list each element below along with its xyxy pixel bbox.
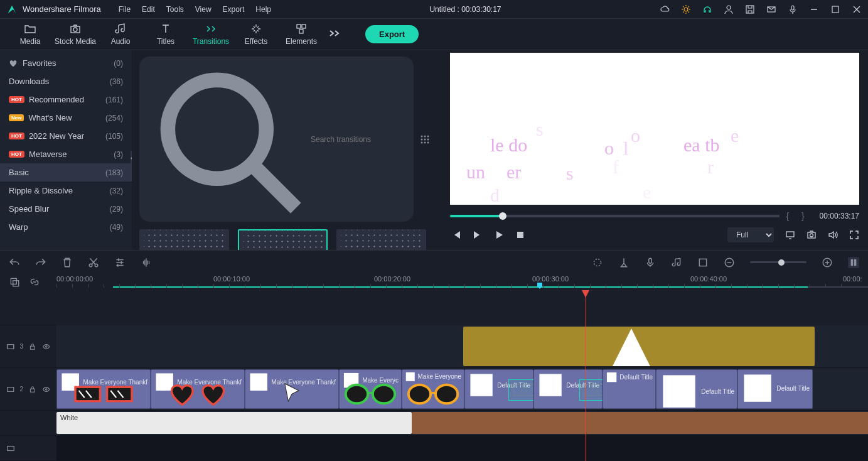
audio-wave-icon[interactable] (141, 257, 152, 268)
stop-button[interactable] (515, 230, 525, 240)
sidebar-item-recommended[interactable]: HOTRecommended(161) (0, 90, 132, 109)
tab-audio[interactable]: Audio (98, 20, 143, 48)
headphones-icon[interactable] (702, 4, 712, 14)
transition-fade[interactable]: Fade (139, 229, 229, 250)
sidebar-item-favorites[interactable]: Favorites(0) (0, 54, 132, 72)
volume-icon[interactable] (828, 230, 838, 240)
track-row-audio[interactable]: White (56, 411, 868, 436)
zoom-out-icon[interactable] (724, 257, 735, 268)
fullscreen-icon[interactable] (849, 230, 859, 240)
menu-file[interactable]: File (119, 5, 131, 14)
tab-titles[interactable]: Titles (143, 20, 188, 48)
voiceover-icon[interactable] (645, 257, 656, 268)
timeline-copy-icon[interactable] (9, 276, 20, 288)
zoom-in-icon[interactable] (822, 257, 833, 268)
marker-icon[interactable] (618, 257, 630, 268)
sidebar-item-2022-new-year[interactable]: HOT2022 New Year(105) (0, 127, 132, 145)
sidebar-item-metaverse[interactable]: HOTMetaverse(3) (0, 145, 132, 163)
transition-fade-grayscale[interactable]: Fade Grayscale (336, 229, 426, 250)
track-header-3[interactable]: 3 (0, 325, 56, 368)
video-clip[interactable]: Make Everyone Thankf (56, 369, 151, 409)
video-clip[interactable]: Default Title (603, 369, 656, 409)
preview-viewport[interactable]: soele doolea tbunersfrde (450, 53, 859, 205)
minimize-icon[interactable] (809, 4, 819, 14)
tab-effects[interactable]: Effects (233, 20, 279, 48)
redo-icon[interactable] (35, 257, 46, 268)
track-header-extra[interactable] (0, 436, 56, 461)
track-header-audio[interactable] (0, 411, 56, 436)
mic-download-icon[interactable] (788, 4, 798, 14)
cloud-icon[interactable] (660, 4, 670, 14)
search-box[interactable] (139, 57, 414, 222)
seek-slider[interactable] (450, 215, 780, 217)
render-icon[interactable] (592, 257, 603, 268)
more-tabs-icon[interactable] (329, 30, 340, 39)
svg-rect-34 (851, 259, 854, 266)
video-clip[interactable]: Make Everyone Thankf (245, 369, 339, 409)
prev-frame-button[interactable] (451, 230, 461, 240)
zoom-slider[interactable] (750, 261, 806, 263)
undo-icon[interactable] (9, 257, 20, 268)
tab-media[interactable]: Media (8, 20, 53, 48)
video-track-icon (6, 444, 15, 453)
svg-rect-39 (30, 346, 35, 349)
save-icon[interactable] (745, 4, 755, 14)
timeline-link-icon[interactable] (29, 276, 40, 288)
maximize-icon[interactable] (830, 4, 840, 14)
cut-icon[interactable] (88, 257, 99, 268)
timeline-mode-icon[interactable] (848, 257, 859, 268)
menu-tools[interactable]: Tools (166, 5, 184, 14)
video-clip[interactable]: Make Everyc (339, 369, 402, 409)
track-header-2[interactable]: 2 (0, 368, 56, 411)
eye-icon[interactable] (42, 385, 50, 394)
search-input[interactable] (311, 135, 405, 144)
clip-audio[interactable] (412, 412, 868, 434)
crop-icon[interactable] (697, 257, 709, 268)
clip-white[interactable]: White (56, 412, 412, 434)
tab-transitions[interactable]: Transitions (188, 20, 233, 48)
menu-help[interactable]: Help (255, 5, 271, 14)
close-icon[interactable] (852, 4, 862, 14)
track-row-3[interactable]: Mild (56, 325, 868, 368)
tab-stock-media[interactable]: Stock Media (53, 20, 98, 48)
delete-icon[interactable] (62, 257, 73, 268)
menu-view[interactable]: View (195, 5, 212, 14)
user-icon[interactable] (724, 4, 734, 14)
clip-mild[interactable]: Mild (463, 327, 815, 366)
video-clip[interactable]: Make Everyone Thankf (151, 369, 245, 409)
lock-icon[interactable] (28, 385, 36, 394)
quality-select[interactable]: Full (727, 227, 774, 242)
video-clip[interactable]: Make Everyone (402, 369, 464, 409)
display-icon[interactable] (785, 230, 795, 240)
next-frame-button[interactable] (473, 230, 483, 240)
lock-icon[interactable] (28, 342, 36, 351)
mail-icon[interactable] (766, 4, 776, 14)
sidebar-item-speed-blur[interactable]: Speed Blur(29) (0, 200, 132, 218)
video-clip[interactable]: Default Title (737, 369, 813, 409)
timeline-marker[interactable] (537, 283, 542, 289)
menu-export[interactable]: Export (223, 5, 245, 14)
text-icon (159, 23, 172, 35)
sidebar-item-what-s-new[interactable]: NewWhat's New(254) (0, 109, 132, 127)
export-button[interactable]: Export (365, 25, 419, 43)
menu-edit[interactable]: Edit (142, 5, 155, 14)
sun-icon[interactable] (681, 4, 691, 14)
preview-text: e (731, 125, 739, 146)
track-row-extra[interactable] (56, 436, 868, 461)
eye-icon[interactable] (42, 342, 50, 351)
transition-dissolve[interactable]: Dissolve (238, 229, 328, 250)
sidebar-item-warp[interactable]: Warp(49) (0, 218, 132, 236)
sidebar-item-downloads[interactable]: Downloads(36) (0, 72, 132, 90)
track-row-2[interactable]: Make Everyone ThankfMake Everyone Thankf… (56, 368, 868, 411)
snapshot-icon[interactable] (806, 230, 817, 240)
play-button[interactable] (494, 230, 504, 240)
grid-view-icon[interactable] (420, 134, 430, 144)
adjust-icon[interactable] (114, 257, 126, 268)
tab-elements[interactable]: Elements (279, 20, 324, 48)
video-clip[interactable]: Default Title (656, 369, 737, 409)
sidebar-item-ripple---dissolve[interactable]: Ripple & Dissolve(32) (0, 182, 132, 200)
music-icon[interactable] (671, 257, 682, 268)
playhead[interactable] (586, 290, 586, 461)
timeline-ruler[interactable]: 00:00:00:0000:00:10:0000:00:20:0000:00:3… (56, 274, 868, 290)
sidebar-item-basic[interactable]: Basic(183) (0, 163, 132, 182)
